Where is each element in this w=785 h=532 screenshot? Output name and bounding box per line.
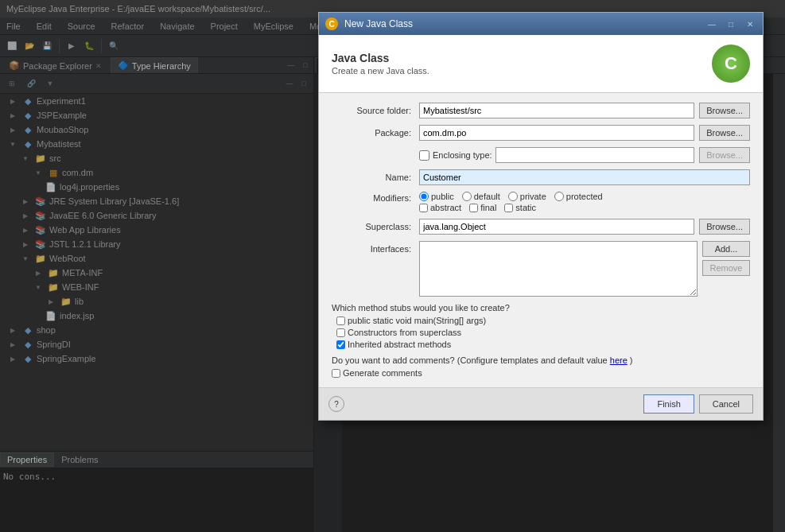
enclosing-type-browse-btn: Browse... bbox=[699, 147, 750, 163]
dialog-title-icon: C bbox=[325, 17, 338, 30]
new-java-class-dialog: C New Java Class — □ ✕ Java Class Create… bbox=[318, 12, 764, 421]
radio-private-label: private bbox=[520, 192, 546, 201]
comments-link[interactable]: here bbox=[610, 355, 628, 365]
modifiers-checkboxes: abstract final static bbox=[419, 203, 750, 212]
dialog-minimize-btn[interactable]: — bbox=[705, 17, 718, 30]
checkbox-abstract[interactable]: abstract bbox=[419, 203, 461, 212]
checkbox-final[interactable]: final bbox=[469, 203, 496, 212]
add-interface-btn[interactable]: Add... bbox=[702, 241, 750, 257]
interfaces-buttons: Add... Remove bbox=[702, 241, 750, 276]
footer-left: ? bbox=[328, 396, 344, 412]
interfaces-row: Interfaces: Add... Remove bbox=[332, 241, 750, 297]
dialog-header: Java Class Create a new Java class. C bbox=[319, 35, 763, 93]
radio-public-label: public bbox=[431, 192, 454, 201]
radio-default-label: default bbox=[474, 192, 500, 201]
source-folder-browse-btn[interactable]: Browse... bbox=[699, 103, 750, 118]
comments-end: ) bbox=[630, 355, 633, 365]
radio-private[interactable]: private bbox=[508, 192, 546, 201]
comments-section: Do you want to add comments? (Configure … bbox=[332, 355, 750, 378]
stub-constructors-label: Constructors from superclass bbox=[348, 328, 461, 337]
remove-interface-btn: Remove bbox=[702, 260, 750, 276]
superclass-browse-btn[interactable]: Browse... bbox=[699, 219, 750, 235]
source-folder-input[interactable] bbox=[419, 103, 694, 118]
stub-main-method[interactable]: public static void main(String[] args) bbox=[336, 316, 750, 325]
modifiers-row: Modifiers: public default private bbox=[332, 192, 750, 212]
finish-btn[interactable]: Finish bbox=[643, 394, 694, 414]
enclosing-type-input[interactable] bbox=[495, 147, 695, 163]
footer-right: Finish Cancel bbox=[643, 394, 753, 414]
enclosing-type-checkbox[interactable] bbox=[419, 150, 429, 161]
generate-comments-checkbox[interactable]: Generate comments bbox=[332, 368, 750, 378]
package-label: Package: bbox=[332, 128, 419, 138]
source-folder-label: Source folder: bbox=[332, 106, 419, 115]
radio-protected[interactable]: protected bbox=[554, 192, 603, 201]
stub-inherited-label: Inherited abstract methods bbox=[348, 340, 451, 349]
stub-main-label: public static void main(String[] args) bbox=[348, 316, 486, 325]
checkbox-static[interactable]: static bbox=[504, 203, 536, 212]
enclosing-type-label: Enclosing type: bbox=[433, 150, 492, 160]
stub-inherited[interactable]: Inherited abstract methods bbox=[336, 340, 750, 349]
name-row: Name: bbox=[332, 169, 750, 185]
interfaces-input[interactable] bbox=[419, 241, 698, 297]
modifiers-label: Modifiers: bbox=[332, 192, 419, 203]
enclosing-type-row: Enclosing type: Browse... bbox=[332, 147, 750, 163]
dialog-footer: ? Finish Cancel bbox=[319, 387, 763, 420]
stub-constructors[interactable]: Constructors from superclass bbox=[336, 328, 750, 337]
radio-default[interactable]: default bbox=[462, 192, 500, 201]
dialog-title-text: New Java Class bbox=[344, 18, 699, 29]
package-input[interactable] bbox=[419, 125, 694, 141]
help-btn[interactable]: ? bbox=[328, 396, 344, 412]
dialog-java-icon: C bbox=[712, 45, 750, 83]
modifiers-radio-group: public default private protected bbox=[419, 192, 750, 201]
checkbox-static-label: static bbox=[515, 203, 536, 212]
radio-protected-label: protected bbox=[566, 192, 603, 201]
stubs-question: Which method stubs would you like to cre… bbox=[332, 303, 750, 313]
comments-question: Do you want to add comments? (Configure … bbox=[332, 355, 750, 365]
stubs-checkboxes: public static void main(String[] args) C… bbox=[336, 316, 750, 349]
superclass-input[interactable] bbox=[419, 219, 694, 235]
cancel-btn[interactable]: Cancel bbox=[699, 394, 753, 414]
package-browse-btn[interactable]: Browse... bbox=[699, 125, 750, 141]
package-row: Package: Browse... bbox=[332, 125, 750, 141]
dialog-header-sub: Create a new Java class. bbox=[332, 66, 429, 76]
name-input[interactable] bbox=[419, 169, 750, 185]
dialog-maximize-btn[interactable]: □ bbox=[725, 17, 737, 30]
source-folder-row: Source folder: Browse... bbox=[332, 103, 750, 118]
dialog-header-left: Java Class Create a new Java class. bbox=[332, 52, 429, 76]
comments-text: Do you want to add comments? (Configure … bbox=[332, 355, 608, 365]
checkbox-abstract-label: abstract bbox=[430, 203, 461, 212]
ide-window: MyEclipse Java Enterprise - E:/javaEE wo… bbox=[0, 0, 785, 532]
dialog-title-bar: C New Java Class — □ ✕ bbox=[319, 13, 763, 35]
name-label: Name: bbox=[332, 173, 419, 182]
interfaces-label: Interfaces: bbox=[332, 241, 419, 254]
dialog-overlay: C New Java Class — □ ✕ Java Class Create… bbox=[0, 0, 785, 532]
stubs-section: Which method stubs would you like to cre… bbox=[332, 303, 750, 349]
dialog-body: Source folder: Browse... Package: Browse… bbox=[319, 93, 763, 387]
generate-comments-label: Generate comments bbox=[343, 368, 422, 378]
radio-public[interactable]: public bbox=[419, 192, 454, 201]
dialog-header-title: Java Class bbox=[332, 52, 429, 64]
checkbox-final-label: final bbox=[480, 203, 496, 212]
superclass-row: Superclass: Browse... bbox=[332, 219, 750, 235]
superclass-label: Superclass: bbox=[332, 222, 419, 231]
dialog-close-btn[interactable]: ✕ bbox=[744, 17, 756, 30]
